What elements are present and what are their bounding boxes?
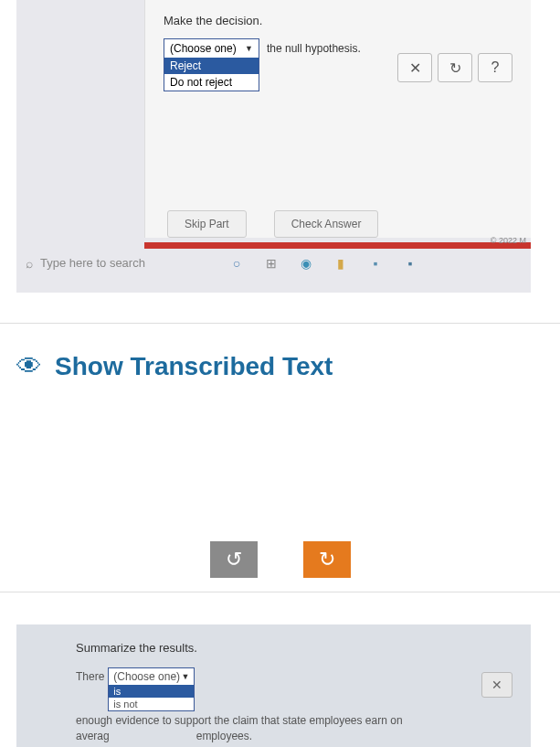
text-averag: averag xyxy=(76,727,110,742)
dropdown-placeholder: (Choose one) xyxy=(170,42,237,55)
text-evidence: enough evidence to support the claim tha… xyxy=(76,711,403,727)
cortana-icon[interactable]: ○ xyxy=(227,254,246,272)
chevron-down-icon: ▼ xyxy=(181,672,189,681)
dropdown-option-is[interactable]: is xyxy=(109,685,194,698)
dropdown-option-donotreject[interactable]: Do not reject xyxy=(164,74,259,91)
dropdown-options: Reject Do not reject xyxy=(164,58,259,91)
taskbar-search[interactable]: ⌕ Type here to search xyxy=(26,256,145,271)
text-employees: employees. xyxy=(196,727,252,742)
refresh-button-row: ↺ ↻ xyxy=(0,409,560,592)
search-icon: ⌕ xyxy=(26,256,33,271)
dropdown-options: is is not xyxy=(109,685,194,710)
skip-part-button[interactable]: Skip Part xyxy=(167,210,247,238)
taskbar-icons: ○ ⊞ ◉ ▮ ▪ ▪ xyxy=(227,254,419,272)
bottom-button-row: Skip Part Check Answer xyxy=(167,210,378,238)
transcribed-title: Show Transcribed Text xyxy=(55,352,333,381)
help-button[interactable]: ? xyxy=(478,53,512,82)
store-icon[interactable]: ▪ xyxy=(366,254,385,272)
results-sentence: There (Choose one) ▼ is is not enough ev… xyxy=(76,667,512,727)
refresh-button[interactable]: ↻ xyxy=(438,53,472,82)
check-answer-button[interactable]: Check Answer xyxy=(274,210,379,238)
rotate-left-button[interactable]: ↺ xyxy=(210,541,258,578)
task-view-icon[interactable]: ⊞ xyxy=(262,254,280,272)
evidence-dropdown[interactable]: (Choose one) ▼ is is not xyxy=(108,667,195,711)
close-button[interactable]: ✕ xyxy=(481,672,512,698)
decision-dropdown[interactable]: (Choose one) ▼ Reject Do not reject xyxy=(164,38,259,91)
summarize-instruction: Summarize the results. xyxy=(76,641,512,655)
rotate-right-button[interactable]: ↻ xyxy=(303,541,351,578)
explorer-icon[interactable]: ▮ xyxy=(332,254,350,272)
divider xyxy=(0,592,560,592)
eye-icon: 👁 xyxy=(16,351,42,381)
windows-taskbar: ⌕ Type here to search ○ ⊞ ◉ ▮ ▪ ▪ xyxy=(16,247,531,279)
close-button[interactable]: ✕ xyxy=(397,53,432,82)
screenshot-panel-1: Make the decision. (Choose one) ▼ Reject… xyxy=(16,0,531,293)
hypothesis-label: the null hypothesis. xyxy=(267,38,361,55)
chevron-down-icon: ▼ xyxy=(245,44,253,53)
dropdown-option-reject[interactable]: Reject xyxy=(164,58,259,74)
action-button-group: ✕ ↻ ? xyxy=(397,53,512,82)
dropdown-placeholder: (Choose one) xyxy=(113,670,180,683)
edge-icon[interactable]: ◉ xyxy=(297,254,315,272)
dropdown-header[interactable]: (Choose one) ▼ xyxy=(164,39,259,58)
dropdown-header[interactable]: (Choose one) ▼ xyxy=(109,668,194,685)
copyright-text: © 2022 M xyxy=(491,236,526,245)
question-panel: Make the decision. (Choose one) ▼ Reject… xyxy=(144,0,531,238)
screenshot-panel-2: Summarize the results. There (Choose one… xyxy=(16,624,531,747)
instruction-text: Make the decision. xyxy=(164,14,512,27)
search-placeholder: Type here to search xyxy=(40,256,145,270)
results-line2: averag employees. xyxy=(76,727,512,742)
dropdown-option-isnot[interactable]: is not xyxy=(109,698,194,710)
show-transcribed-header[interactable]: 👁 Show Transcribed Text xyxy=(0,324,560,409)
text-there: There xyxy=(76,667,104,683)
mail-icon[interactable]: ▪ xyxy=(401,254,419,272)
